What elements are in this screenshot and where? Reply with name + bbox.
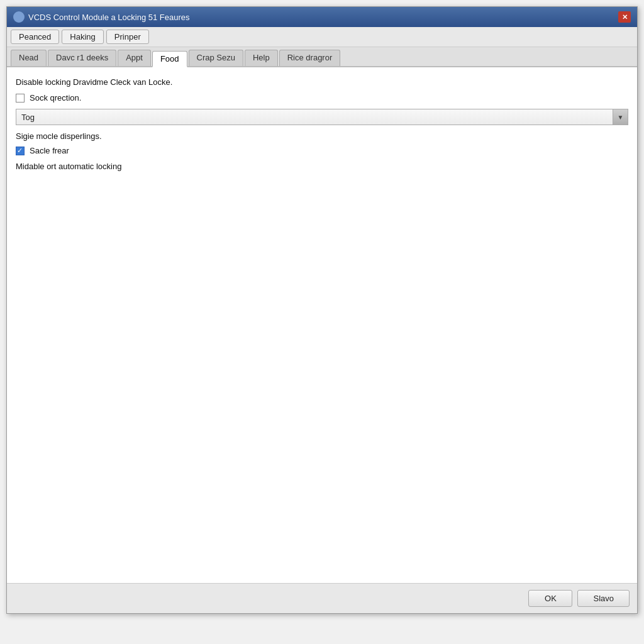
toolbar: Peanced Haking Prinper: [7, 27, 637, 47]
checkbox1-row: Sock qrection.: [16, 93, 628, 103]
dropdown-row: Tog ▼: [16, 109, 628, 125]
checkbox1[interactable]: [16, 94, 25, 103]
midable-label: Midable ort automatic locking: [16, 162, 628, 171]
checkbox2-row: Sacle frear: [16, 146, 628, 155]
tab-davc[interactable]: Davc r1 deeks: [48, 50, 116, 66]
dropdown[interactable]: Tog ▼: [16, 109, 628, 125]
tab-appt[interactable]: Appt: [118, 50, 151, 66]
peanced-button[interactable]: Peanced: [11, 30, 59, 44]
bottom-bar: OK Slavo: [7, 583, 637, 613]
tab-help[interactable]: Help: [245, 50, 278, 66]
main-window: VCDS Control Module a Locking 51 Feaures…: [6, 6, 638, 614]
title-bar-left: VCDS Control Module a Locking 51 Feaures: [13, 11, 190, 23]
checkbox2[interactable]: [16, 147, 25, 155]
tab-food[interactable]: Food: [152, 51, 187, 67]
tab-nead[interactable]: Nead: [11, 50, 47, 66]
ok-button[interactable]: OK: [528, 590, 572, 607]
tab-rice[interactable]: Rice dragror: [279, 50, 341, 66]
title-bar: VCDS Control Module a Locking 51 Feaures…: [7, 7, 637, 27]
tab-bar: Nead Davc r1 deeks Appt Food Crap Sezu H…: [7, 47, 637, 67]
dropdown-arrow-button[interactable]: ▼: [613, 109, 628, 125]
app-icon: [13, 11, 25, 23]
disable-label: Disable locking Dravidme Cleck van Locke…: [16, 77, 628, 87]
checkbox2-label: Sacle frear: [30, 146, 69, 155]
dropdown-value: Tog: [16, 109, 613, 125]
window-title: VCDS Control Module a Locking 51 Feaures: [28, 13, 190, 22]
slavo-button[interactable]: Slavo: [577, 590, 630, 607]
close-button[interactable]: ✕: [618, 11, 631, 23]
checkbox1-label: Sock qrection.: [30, 93, 81, 103]
haking-button[interactable]: Haking: [62, 30, 103, 44]
sigie-label: Sigie mocle disperlings.: [16, 131, 628, 141]
prinper-button[interactable]: Prinper: [106, 30, 149, 44]
content-area: Disable locking Dravidme Cleck van Locke…: [7, 67, 637, 583]
tab-crap[interactable]: Crap Sezu: [189, 50, 243, 66]
